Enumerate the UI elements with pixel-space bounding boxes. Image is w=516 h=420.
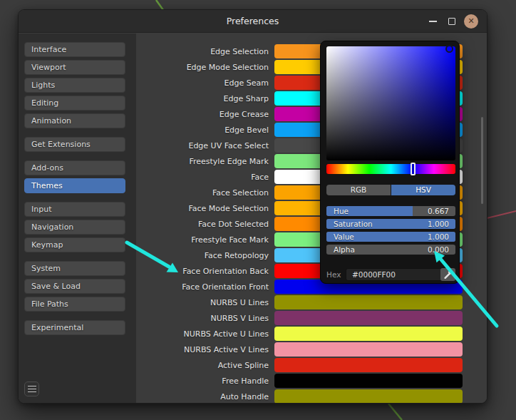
- slider-value: 0.000: [428, 245, 449, 255]
- theme-row: NURBS Active U Lines: [136, 327, 487, 341]
- desktop-green-line-bottom: [388, 404, 402, 420]
- slider-label: Alpha: [334, 245, 355, 255]
- theme-row-label: Freestyle Face Mark: [136, 235, 273, 245]
- hue-cursor-icon[interactable]: [411, 163, 416, 175]
- theme-color-swatch[interactable]: [274, 342, 463, 357]
- theme-row-label: Edge Mode Selection: [136, 63, 273, 72]
- theme-row-label: NURBS Active V Lines: [136, 345, 273, 354]
- color-mode-tab[interactable]: HSV: [391, 185, 455, 195]
- saturation-value-field[interactable]: [326, 46, 455, 160]
- sidebar-item[interactable]: Editing: [24, 96, 125, 111]
- theme-row-label: Auto Handle: [136, 392, 273, 401]
- sv-cursor-icon[interactable]: [445, 45, 453, 53]
- theme-row-label: Edge Seam: [136, 78, 273, 88]
- hex-label: Hex: [326, 268, 341, 281]
- hex-input[interactable]: [346, 268, 443, 281]
- slider-value: 0.667: [428, 206, 449, 216]
- theme-row-label: NURBS U Lines: [136, 298, 273, 307]
- sidebar-item[interactable]: Add-ons: [24, 160, 125, 175]
- hsv-sliders: Hue 0.667 Saturation 1.000 Value 1.000 A…: [326, 206, 455, 257]
- sidebar: InterfaceViewportLightsEditingAnimationG…: [19, 34, 136, 403]
- sidebar-item[interactable]: Input: [24, 202, 125, 217]
- theme-row: NURBS U Lines: [136, 295, 487, 309]
- theme-row-label: Edge Sharp: [136, 94, 273, 103]
- value-slider[interactable]: Alpha 0.000: [326, 245, 455, 255]
- theme-row: NURBS Active V Lines: [136, 342, 487, 357]
- desktop-red-line: [487, 211, 516, 218]
- slider-label: Hue: [334, 206, 349, 216]
- sidebar-item[interactable]: Navigation: [24, 220, 125, 235]
- titlebar[interactable]: Preferences ✕: [19, 10, 487, 33]
- slider-value: 1.000: [428, 219, 449, 229]
- value-slider[interactable]: Value 1.000: [326, 232, 455, 242]
- close-button[interactable]: ✕: [464, 10, 478, 33]
- theme-row-label: Face Selection: [136, 188, 273, 198]
- theme-color-swatch[interactable]: [274, 389, 463, 403]
- theme-color-swatch[interactable]: [274, 311, 463, 325]
- minimize-icon: [429, 21, 437, 22]
- sidebar-item[interactable]: Experimental: [24, 320, 125, 335]
- sidebar-item[interactable]: Get Extensions: [24, 137, 125, 152]
- maximize-button[interactable]: [446, 10, 458, 33]
- slider-value: 1.000: [428, 232, 449, 242]
- sidebar-item[interactable]: Animation: [24, 113, 125, 128]
- theme-row-label: NURBS Active U Lines: [136, 329, 273, 339]
- theme-row-label: Freestyle Edge Mark: [136, 157, 273, 166]
- theme-color-swatch[interactable]: [274, 358, 463, 372]
- theme-row-label: Edge Crease: [136, 110, 273, 119]
- theme-color-swatch[interactable]: [274, 295, 463, 309]
- color-mode-tab[interactable]: RGB: [326, 185, 391, 195]
- theme-row-label: Face Orientation Back: [136, 267, 273, 276]
- theme-row-label: Edge Selection: [136, 47, 273, 56]
- eyedropper-icon: [443, 269, 454, 280]
- theme-row-label: Face Orientation Front: [136, 282, 273, 292]
- theme-row-label: Face Retopology: [136, 251, 273, 260]
- scrollbar-thumb[interactable]: [481, 117, 483, 204]
- theme-row-label: Face: [136, 173, 273, 182]
- eyedropper-button[interactable]: [440, 268, 455, 281]
- sidebar-item[interactable]: Save & Load: [24, 279, 125, 294]
- maximize-icon: [448, 18, 455, 25]
- hamburger-icon: [28, 386, 36, 387]
- theme-row: Auto Handle: [136, 389, 487, 403]
- value-slider[interactable]: Saturation 1.000: [326, 219, 455, 229]
- theme-row-label: Free Handle: [136, 377, 273, 386]
- slider-label: Value: [334, 232, 354, 242]
- minimize-button[interactable]: [427, 10, 438, 33]
- theme-row-label: NURBS V Lines: [136, 314, 273, 323]
- value-slider[interactable]: Hue 0.667: [326, 206, 455, 216]
- sidebar-item[interactable]: Lights: [24, 78, 125, 93]
- theme-row: Free Handle: [136, 374, 487, 388]
- sidebar-item[interactable]: Keymap: [24, 237, 125, 252]
- sidebar-menu-button[interactable]: [24, 381, 39, 396]
- theme-row-label: Edge UV Face Select: [136, 141, 273, 150]
- theme-row-label: Face Mode Selection: [136, 204, 273, 213]
- hue-bar[interactable]: [326, 164, 455, 174]
- theme-color-swatch[interactable]: [274, 327, 463, 341]
- sidebar-item[interactable]: Themes: [24, 178, 125, 193]
- slider-label: Saturation: [334, 219, 373, 229]
- window-title: Preferences: [19, 10, 487, 33]
- theme-row: NURBS V Lines: [136, 311, 487, 325]
- close-icon: ✕: [464, 14, 478, 29]
- hex-row: Hex: [326, 268, 455, 281]
- sidebar-item[interactable]: Viewport: [24, 60, 125, 75]
- sidebar-item[interactable]: System: [24, 261, 125, 276]
- color-picker-popup: RGBHSV Hue 0.667 Saturation 1.000 Value …: [320, 41, 460, 284]
- color-mode-tabs: RGBHSV: [326, 185, 455, 195]
- theme-color-swatch[interactable]: [274, 374, 463, 388]
- sidebar-item[interactable]: Interface: [24, 42, 125, 57]
- sidebar-item[interactable]: File Paths: [24, 297, 125, 312]
- desktop-green-line-top: [156, 0, 163, 10]
- theme-row-label: Edge Bevel: [136, 126, 273, 135]
- theme-row: Active Spline: [136, 358, 487, 372]
- theme-row-label: Face Dot Selected: [136, 220, 273, 229]
- theme-row-label: Active Spline: [136, 361, 273, 370]
